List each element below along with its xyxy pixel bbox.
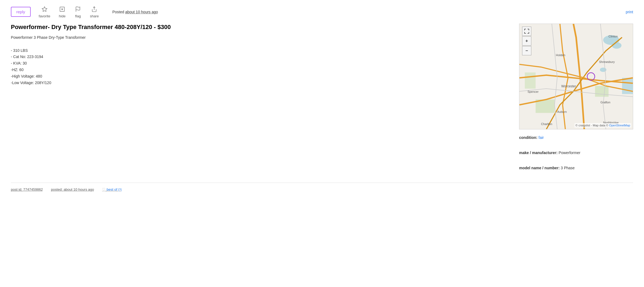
share-icon (90, 5, 98, 13)
print-link[interactable]: print (626, 10, 633, 14)
post-id-label: post id: (11, 187, 22, 192)
spec3: - KVA: 30 (11, 60, 508, 67)
map-controls: + − (522, 27, 531, 56)
svg-point-8 (612, 42, 621, 49)
share-label: share (90, 14, 99, 18)
posted-footer: posted: about 10 hours ago (51, 187, 94, 192)
attributes: condition: fair make / manufacturer: Pow… (519, 134, 633, 172)
posted-footer-value: about 10 hours ago (64, 187, 94, 192)
svg-text:Shrewsbury: Shrewsbury (599, 60, 615, 63)
flag-icon (74, 5, 82, 13)
content-area: Powerformer- Dry Type Transformer 480-20… (11, 24, 508, 86)
svg-rect-13 (525, 72, 536, 89)
map-zoom-in-button[interactable]: + (522, 36, 531, 46)
posted-time: Posted about 10 hours ago (112, 10, 158, 14)
hide-label: hide (59, 14, 66, 18)
hide-button[interactable]: hide (58, 5, 66, 18)
listing-body: Powerformer 3 Phase Dry-Type Transformer… (11, 34, 508, 86)
spec2: - Cat No: 223-3194 (11, 54, 508, 60)
condition-value[interactable]: fair (539, 135, 544, 140)
spec1: - 310 LBS (11, 47, 508, 54)
condition-row: condition: fair (519, 134, 633, 141)
svg-marker-0 (42, 7, 47, 11)
map-credit: © craigslist - Map data © OpenStreetMap (574, 123, 631, 127)
make-label: make / manufacturer: (519, 151, 558, 155)
toolbar: reply favorite hide flag share Posted ab… (11, 5, 633, 18)
svg-text:Grafton: Grafton (601, 101, 610, 104)
svg-rect-11 (595, 86, 609, 97)
svg-rect-10 (622, 78, 633, 94)
best-of-link[interactable]: best of (107, 187, 117, 192)
svg-text:Auburn: Auburn (557, 110, 567, 113)
svg-text:Spencer: Spencer (528, 90, 539, 93)
spec6: -Low Voltage: 208Y/120 (11, 80, 508, 86)
reply-button[interactable]: reply (11, 7, 31, 17)
map-zoom-out-button[interactable]: − (522, 46, 531, 55)
best-of-section: ♡ best of [?] (102, 187, 122, 192)
main-layout: Powerformer- Dry Type Transformer 480-20… (11, 24, 633, 172)
favorite-label: favorite (39, 14, 50, 18)
svg-text:Charlton: Charlton (541, 122, 552, 126)
post-id: post id: 7747459862 (11, 187, 43, 192)
favorite-icon (41, 5, 48, 13)
model-row: model name / number: 3 Phase (519, 164, 633, 172)
make-value: Powerformer (559, 151, 580, 155)
svg-text:Holden: Holden (556, 53, 565, 57)
share-button[interactable]: share (90, 5, 99, 18)
description-line1: Powerformer 3 Phase Dry-Type Transformer (11, 34, 508, 41)
spec5: -High Voltage: 480 (11, 73, 508, 80)
spec4: -HZ: 60 (11, 67, 508, 73)
best-of-question-link[interactable]: [?] (118, 188, 121, 191)
flag-button[interactable]: flag (74, 5, 82, 18)
map-fullscreen-button[interactable] (522, 27, 531, 36)
posted-footer-label: posted: (51, 187, 63, 192)
map-svg: Clinton Holden Shrewsbury Worcester Spen… (519, 24, 633, 129)
flag-label: flag (75, 14, 81, 18)
post-id-value: 7747459862 (23, 187, 43, 192)
map-container: Clinton Holden Shrewsbury Worcester Spen… (519, 24, 633, 129)
model-value: 3 Phase (561, 166, 574, 170)
openstreetmap-link[interactable]: OpenStreetMap (609, 124, 630, 127)
svg-text:Worcester: Worcester (561, 84, 576, 88)
footer: post id: 7747459862 posted: about 10 hou… (11, 183, 633, 192)
model-label: model name / number: (519, 166, 560, 170)
make-row: make / manufacturer: Powerformer (519, 149, 633, 157)
favorite-button[interactable]: favorite (39, 5, 50, 18)
svg-text:Clinton: Clinton (608, 35, 618, 38)
condition-label: condition: (519, 135, 538, 140)
right-column: Clinton Holden Shrewsbury Worcester Spen… (519, 24, 633, 172)
hide-icon (58, 5, 66, 13)
listing-title: Powerformer- Dry Type Transformer 480-20… (11, 24, 508, 31)
heart-icon: ♡ (102, 187, 106, 192)
